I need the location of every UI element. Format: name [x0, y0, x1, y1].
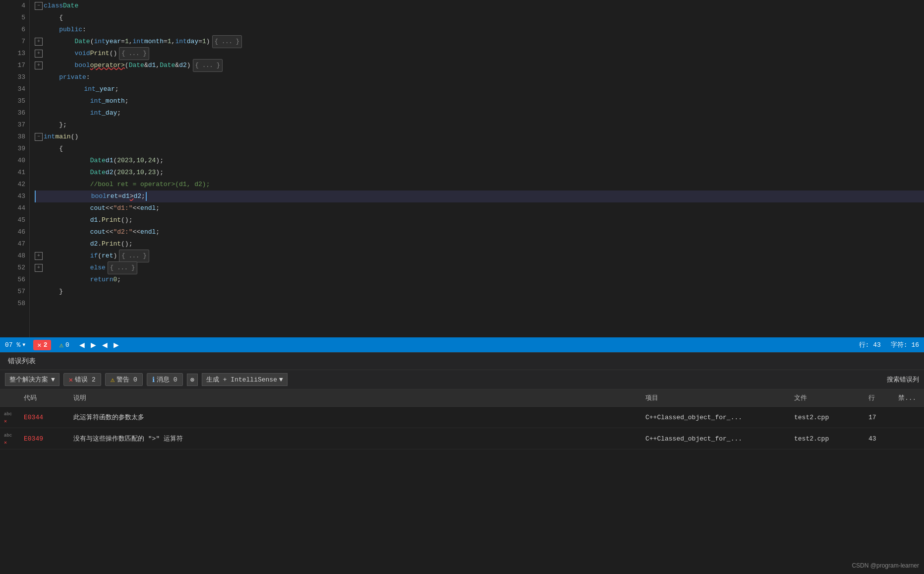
- col-header-file: 文件: [790, 391, 865, 404]
- fold-icon-38[interactable]: −: [35, 133, 43, 141]
- nav-prev-button[interactable]: ◀: [77, 340, 87, 350]
- fold-icon-52[interactable]: +: [35, 264, 43, 272]
- fold-icon-48[interactable]: +: [35, 252, 43, 260]
- warning-filter-icon: ⚠: [111, 376, 115, 384]
- code-line-6: public :: [35, 24, 924, 36]
- nav-left-button[interactable]: ◀: [100, 340, 110, 350]
- fold-icon-4[interactable]: −: [35, 2, 43, 10]
- ln-7: 7: [0, 36, 25, 48]
- warning-triangle-icon: ⚠: [59, 341, 63, 349]
- row2-code-text: E0349: [24, 435, 43, 443]
- col-header-line: 行: [865, 391, 894, 404]
- ln-38: 38: [0, 131, 25, 143]
- col-info: 字符: 16: [891, 340, 919, 349]
- row2-suppress: [894, 437, 924, 441]
- row2-code: E0349: [20, 433, 69, 445]
- row1-project: C++Classed_object_for_...: [641, 412, 790, 423]
- row1-line: 17: [865, 412, 894, 423]
- row-info: 行: 43: [859, 340, 881, 349]
- code-line-33: private :: [35, 71, 924, 83]
- fold-icon-13[interactable]: +: [35, 50, 43, 58]
- intellisense-label: 生成 + IntelliSense: [206, 375, 277, 384]
- watermark-text: CSDN @program-learner: [852, 562, 919, 569]
- code-line-47: d2 . Print ();: [35, 238, 924, 250]
- error-filter-icon: ✕: [69, 376, 73, 384]
- ln-44: 44: [0, 202, 25, 214]
- ln-35: 35: [0, 95, 25, 107]
- row1-suppress: [894, 415, 924, 419]
- table-row[interactable]: abc ✕ E0349 没有与这些操作数匹配的 ">" 运算符 C++Class…: [0, 428, 924, 449]
- ln-6: 6: [0, 24, 25, 36]
- nav-right-button[interactable]: ▶: [112, 340, 121, 350]
- row1-description: 此运算符函数的参数太多: [69, 411, 641, 424]
- ln-45: 45: [0, 214, 25, 226]
- error-panel-toolbar: 整个解决方案 ▼ ✕ 错误 2 ⚠ 警告 0 ℹ 消息 0 ⊗ 生成 + Int…: [0, 370, 924, 389]
- editor-area: 4 5 6 7 13 17 33 34 35 36 37 38 39 40 41…: [0, 0, 924, 337]
- col-header-project: 项目: [641, 391, 790, 404]
- ln-5: 5: [0, 12, 25, 24]
- status-zoom[interactable]: 07 % ▼: [5, 341, 25, 349]
- ln-46: 46: [0, 226, 25, 238]
- error-x-icon: ✕: [37, 341, 41, 349]
- warnings-filter-btn[interactable]: ⚠ 警告 0: [105, 373, 143, 386]
- ln-41: 41: [0, 167, 25, 179]
- row2-project: C++Classed_object_for_...: [641, 433, 790, 445]
- code-line-39: {: [35, 143, 924, 155]
- status-errors-btn[interactable]: ✕ 2: [33, 340, 51, 350]
- ln-33: 33: [0, 71, 25, 83]
- warnings-count: 0: [65, 341, 69, 349]
- code-line-44: cout << "d1:" << endl ;: [35, 202, 924, 214]
- code-line-7: + Date ( int year = 1 , int month = 1 , …: [35, 36, 924, 48]
- code-line-40: Date d1 ( 2023 , 10 , 24 );: [35, 155, 924, 167]
- code-line-41: Date d2 ( 2023 , 10 , 23 );: [35, 167, 924, 179]
- errors-btn-label: 错误 2: [75, 375, 96, 384]
- ln-13: 13: [0, 48, 25, 60]
- code-line-4: − class Date: [35, 0, 924, 12]
- fold-icon-7[interactable]: +: [35, 38, 43, 46]
- errors-count: 2: [44, 341, 48, 349]
- status-warnings-btn[interactable]: ⚠ 0: [59, 341, 69, 349]
- code-line-48: + if ( ret ) { ... }: [35, 250, 924, 262]
- code-line-35: int _month ;: [35, 95, 924, 107]
- row2-line: 43: [865, 433, 894, 445]
- ln-37: 37: [0, 119, 25, 131]
- solution-dropdown[interactable]: 整个解决方案 ▼: [5, 373, 59, 386]
- row2-description: 没有与这些操作数匹配的 ">" 运算符: [69, 432, 641, 445]
- warnings-btn-label: 警告 0: [116, 375, 137, 384]
- info-filter-icon: ℹ: [152, 376, 155, 384]
- ln-39: 39: [0, 143, 25, 155]
- row1-code: E0344: [20, 412, 69, 423]
- ln-58: 58: [0, 298, 25, 310]
- code-line-38: − int main (): [35, 131, 924, 143]
- ln-34: 34: [0, 83, 25, 95]
- error-panel-title: 错误列表: [8, 357, 36, 365]
- row1-icons: abc ✕: [0, 408, 20, 427]
- table-row[interactable]: abc ✕ E0344 此运算符函数的参数太多 C++Classed_objec…: [0, 407, 924, 428]
- zoom-level: 07 %: [5, 341, 20, 349]
- fold-icon-17[interactable]: +: [35, 62, 43, 69]
- ln-17: 17: [0, 60, 25, 71]
- col-header-code: 代码: [20, 391, 69, 404]
- ln-52: 52: [0, 262, 25, 274]
- nav-arrows: ◀ ▶ ◀ ▶: [77, 340, 121, 350]
- status-bar: 07 % ▼ ✕ 2 ⚠ 0 ◀ ▶ ◀ ▶ 行: 43 字符: 16: [0, 337, 924, 352]
- ln-56: 56: [0, 274, 25, 286]
- ln-40: 40: [0, 155, 25, 167]
- code-line-17: + bool operator> ( Date & d1 , Date & d2…: [35, 60, 924, 71]
- code-line-37: } ;: [35, 119, 924, 131]
- intellisense-dropdown[interactable]: 生成 + IntelliSense ▼: [202, 373, 288, 386]
- filter-button[interactable]: ⊗: [187, 374, 198, 386]
- ln-4: 4: [0, 0, 25, 12]
- errors-filter-btn[interactable]: ✕ 错误 2: [63, 373, 101, 386]
- code-line-43: bool ret = d1 > d2 ;: [35, 191, 924, 202]
- zoom-chevron-icon: ▼: [22, 342, 25, 348]
- col-header-suppress: 禁...: [894, 391, 924, 404]
- code-line-58: [35, 298, 924, 310]
- error-table: 代码 说明 项目 文件 行 禁... abc ✕ E0344 此运算符函数的参数…: [0, 389, 924, 449]
- error-panel: 错误列表 整个解决方案 ▼ ✕ 错误 2 ⚠ 警告 0 ℹ 消息 0 ⊗ 生成 …: [0, 352, 924, 449]
- ln-42: 42: [0, 179, 25, 191]
- ln-57: 57: [0, 286, 25, 298]
- info-filter-btn[interactable]: ℹ 消息 0: [147, 373, 183, 386]
- row1-code-text: E0344: [24, 414, 43, 421]
- nav-next-button[interactable]: ▶: [89, 340, 98, 350]
